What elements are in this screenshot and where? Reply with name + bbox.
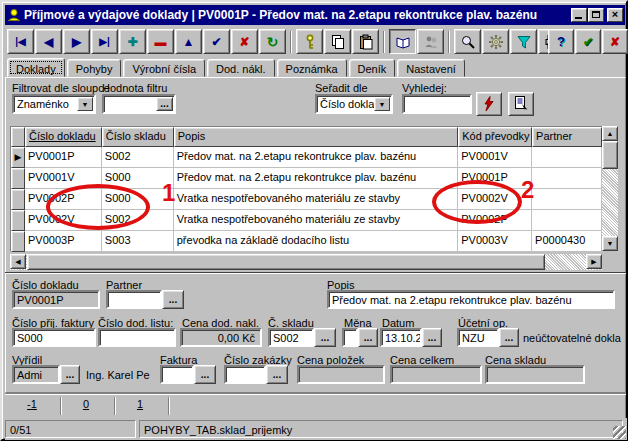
- cell-popis[interactable]: převodka na základě dodacího listu: [174, 231, 459, 252]
- resize-grip[interactable]: [613, 426, 626, 439]
- cell-cislo-skladu[interactable]: S002: [102, 147, 174, 168]
- app-icon[interactable]: [7, 8, 21, 22]
- column-header-kod-prevodky[interactable]: Kód převodky: [458, 127, 532, 147]
- next-record-button[interactable]: ▶: [63, 29, 90, 54]
- table-row[interactable]: PV0003P S003 převodka na základě dodacíh…: [11, 231, 602, 252]
- mena-field[interactable]: [342, 328, 358, 347]
- tab-vyrobni-cisla[interactable]: Výrobní čísla: [123, 59, 205, 77]
- column-header-popis[interactable]: Popis: [174, 127, 459, 147]
- first-record-button[interactable]: |◀: [7, 29, 34, 54]
- row-selector[interactable]: [11, 210, 25, 231]
- cell-cislo-dokladu[interactable]: PV0001V: [25, 168, 102, 189]
- vertical-scrollbar[interactable]: ▲ ▼: [602, 126, 618, 251]
- column-header-cislo-skladu[interactable]: Číslo skladu: [102, 127, 174, 147]
- scroll-right-icon[interactable]: ▶: [586, 254, 602, 269]
- offset-minus-1-button[interactable]: -1: [10, 398, 54, 414]
- maximize-button[interactable]: [588, 8, 604, 22]
- search-input[interactable]: [402, 94, 472, 114]
- tab-poznamka[interactable]: Poznámka: [277, 59, 347, 77]
- cell-popis[interactable]: Vratka nespotřebovaného materiálu ze sta…: [174, 189, 459, 210]
- cell-popis[interactable]: Předov mat. na 2.etapu rekontrukce plav.…: [174, 168, 459, 189]
- offset-0-button[interactable]: 0: [64, 398, 108, 414]
- datum-lookup-button[interactable]: ...: [422, 328, 442, 347]
- c-skladu-field[interactable]: S002: [268, 328, 314, 347]
- cell-cislo-dokladu[interactable]: PV0003P: [25, 231, 102, 252]
- offset-plus-1-button[interactable]: 1: [118, 398, 162, 414]
- horizontal-scrollbar[interactable]: ◀ ▶: [10, 254, 602, 270]
- refresh-button[interactable]: ↻: [259, 29, 286, 54]
- minimize-button[interactable]: [571, 8, 587, 22]
- cell-partner[interactable]: P0000430: [532, 231, 602, 252]
- tab-nastaveni[interactable]: Nastavení: [397, 59, 465, 77]
- cell-partner[interactable]: [532, 210, 602, 231]
- edit-record-button[interactable]: ▲: [175, 29, 202, 54]
- row-selector[interactable]: [11, 168, 25, 189]
- vertical-scrollbar-thumb[interactable]: [602, 141, 618, 169]
- cell-cislo-dokladu[interactable]: PV0002V: [25, 210, 102, 231]
- popis-field[interactable]: Předov mat. na 2.etapu rekontrukce plav.…: [327, 290, 615, 309]
- help-button[interactable]: ?: [548, 29, 574, 54]
- ok-button[interactable]: ✔: [575, 29, 601, 54]
- table-row[interactable]: PV0002P S000 Vratka nespotřebovaného mat…: [11, 189, 602, 210]
- table-row[interactable]: PV0001V S000 Předov mat. na 2.etapu reko…: [11, 168, 602, 189]
- zakazka-field[interactable]: [224, 365, 266, 384]
- confirm-record-button[interactable]: ✔: [203, 29, 230, 54]
- sort-by-combo[interactable]: Číslo dokla ▼: [315, 94, 393, 114]
- cell-cislo-dokladu[interactable]: PV0002P: [25, 189, 102, 210]
- faktura-field[interactable]: [160, 365, 194, 384]
- column-header-partner[interactable]: Partner: [532, 127, 602, 147]
- paste-button[interactable]: [352, 29, 379, 54]
- cancel-record-button[interactable]: ✘: [231, 29, 258, 54]
- vyridil-field[interactable]: Admi: [12, 365, 60, 384]
- catalog-button[interactable]: [389, 29, 416, 54]
- prij-faktura-field[interactable]: S000: [12, 328, 96, 347]
- faktura-lookup-button[interactable]: ...: [194, 365, 216, 384]
- tab-dod-nakl[interactable]: Dod. nákl.: [207, 59, 275, 77]
- table-row[interactable]: PV0002V S002 Vratka nespotřebovaného mat…: [11, 210, 602, 231]
- add-record-button[interactable]: ✚: [119, 29, 146, 54]
- key-button[interactable]: [296, 29, 323, 54]
- ucetni-op-lookup-button[interactable]: ...: [499, 328, 519, 347]
- cell-kod-prevodky[interactable]: PV0001V: [458, 147, 532, 168]
- filter-button[interactable]: [510, 29, 537, 54]
- previous-record-button[interactable]: ◀: [35, 29, 62, 54]
- datum-field[interactable]: 13.10.200: [380, 328, 422, 347]
- c-skladu-lookup-button[interactable]: ...: [314, 328, 336, 347]
- copy-button[interactable]: [324, 29, 351, 54]
- filter-column-combo[interactable]: Znaménko ▼: [12, 94, 96, 114]
- cell-kod-prevodky[interactable]: PV0002P: [458, 210, 532, 231]
- close-button[interactable]: ×: [607, 8, 623, 22]
- quick-search-button[interactable]: [476, 92, 502, 116]
- tab-pohyby[interactable]: Pohyby: [67, 59, 122, 77]
- dod-list-field[interactable]: [98, 328, 176, 347]
- column-header-cislo-dokladu[interactable]: Číslo dokladu: [25, 127, 102, 147]
- cell-cislo-skladu[interactable]: S002: [102, 210, 174, 231]
- cell-popis[interactable]: Vratka nespotřebovaného materiálu ze sta…: [174, 210, 459, 231]
- table-row[interactable]: ▶ PV0001P S002 Předov mat. na 2.etapu re…: [11, 147, 602, 168]
- settings-button[interactable]: [482, 29, 509, 54]
- tab-denik[interactable]: Deník: [349, 59, 396, 77]
- scroll-up-icon[interactable]: ▲: [602, 126, 618, 141]
- row-selector[interactable]: [11, 189, 25, 210]
- ucetni-op-field[interactable]: NZU: [457, 328, 499, 347]
- filter-value-input[interactable]: ...: [102, 94, 176, 114]
- cell-cislo-skladu[interactable]: S000: [102, 168, 174, 189]
- tab-doklady[interactable]: Doklady: [7, 58, 65, 77]
- row-selector[interactable]: [11, 231, 25, 252]
- mena-lookup-button[interactable]: ...: [358, 328, 378, 347]
- last-record-button[interactable]: ▶|: [91, 29, 118, 54]
- cell-partner[interactable]: [532, 147, 602, 168]
- close-form-button[interactable]: ✘: [602, 29, 628, 54]
- cell-cislo-skladu[interactable]: S000: [102, 189, 174, 210]
- cell-partner[interactable]: [532, 168, 602, 189]
- report-button[interactable]: [508, 92, 534, 116]
- cell-cislo-skladu[interactable]: S003: [102, 231, 174, 252]
- partner-lookup-button[interactable]: ...: [162, 290, 184, 309]
- scroll-down-icon[interactable]: ▼: [602, 236, 618, 251]
- delete-record-button[interactable]: ▬: [147, 29, 174, 54]
- cell-kod-prevodky[interactable]: PV0003V: [458, 231, 532, 252]
- cell-kod-prevodky[interactable]: PV0001P: [458, 168, 532, 189]
- horizontal-scrollbar-thumb[interactable]: [27, 254, 545, 270]
- search-button[interactable]: [454, 29, 481, 54]
- partner-field[interactable]: [106, 290, 162, 309]
